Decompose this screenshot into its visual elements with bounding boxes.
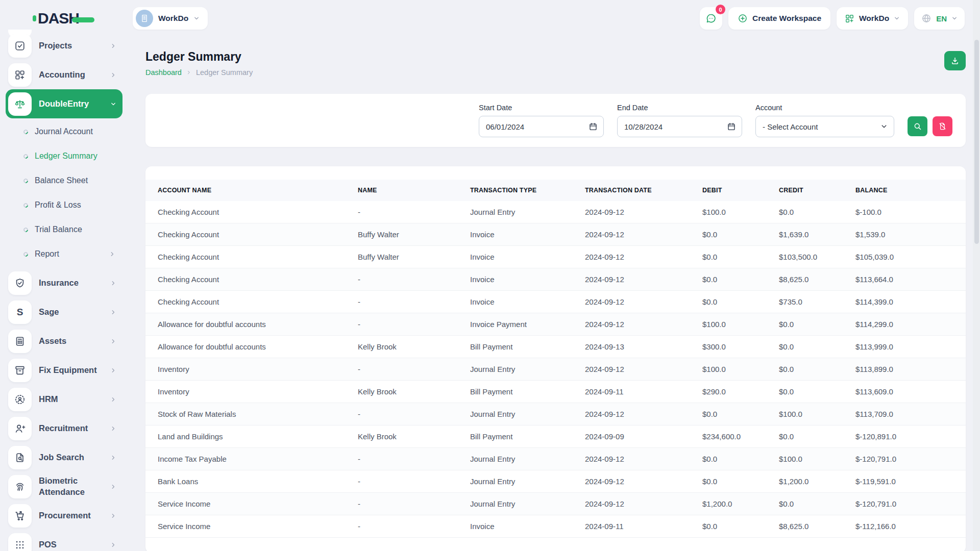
account-select[interactable]: - Select Account [755, 116, 894, 137]
workspace-switcher[interactable]: WorkDo [133, 7, 208, 30]
chevron-right-icon [110, 309, 116, 315]
bullet-icon [22, 251, 29, 258]
sidebar-item-doubleentry[interactable]: DoubleEntry [6, 89, 122, 118]
table-row: Income Tax Payable-Journal Entry2024-09-… [145, 448, 966, 470]
ledger-table: ACCOUNT NAMENAMETRANSACTION TYPETRANSACT… [145, 180, 966, 538]
sidebar-item-pos[interactable]: POS [8, 530, 122, 551]
chevron-right-icon [110, 513, 116, 519]
end-date-input[interactable] [617, 116, 742, 137]
chevron-right-icon [110, 338, 116, 344]
bullet-icon [22, 129, 29, 135]
grid-plus-icon [845, 14, 854, 23]
chevron-right-icon [186, 70, 191, 75]
shield-check-icon [14, 278, 26, 289]
table-header: ACCOUNT NAMENAMETRANSACTION TYPETRANSACT… [145, 180, 966, 201]
chevron-right-icon [110, 43, 116, 49]
chevron-right-icon [110, 542, 116, 548]
chevron-down-icon [193, 15, 200, 21]
table-row: Bank Loans-Journal Entry2024-09-12$0.0$1… [145, 470, 966, 493]
download-button[interactable] [944, 51, 966, 70]
messages-button[interactable]: 0 [700, 7, 722, 30]
create-workspace-button[interactable]: Create Workspace [728, 7, 830, 30]
table-row: Stock of Raw Materials-Journal Entry2024… [145, 403, 966, 425]
sidebar-item-insurance[interactable]: Insurance [8, 268, 122, 297]
checkbox-icon [14, 40, 26, 52]
chevron-right-icon [110, 484, 116, 490]
sidebar-item-accounting[interactable]: Accounting [8, 60, 122, 89]
grid-plus-icon [14, 69, 26, 81]
apps-menu-label: WorkDo [859, 14, 889, 23]
sidebar-item-procurement[interactable]: Procurement [8, 501, 122, 530]
sidebar-icon-tile [8, 446, 32, 469]
end-date-group: End Date [617, 104, 742, 137]
end-date-label: End Date [617, 104, 742, 112]
workspace-avatar [136, 10, 153, 27]
page-header: Ledger Summary Dashboard Ledger Summary [145, 50, 966, 77]
sidebar-icon-tile [8, 475, 32, 498]
language-label: EN [936, 14, 947, 23]
main-content: Ledger Summary Dashboard Ledger Summary … [133, 37, 980, 551]
column-header-debit: DEBIT [702, 180, 779, 201]
column-header-credit: CREDIT [779, 180, 855, 201]
topbar: DASH WorkDo 0 Create Workspace WorkDo EN [0, 0, 980, 37]
sidebar-item-fix-equipment[interactable]: Fix Equipment [8, 356, 122, 385]
breadcrumb-dashboard-link[interactable]: Dashboard [145, 68, 182, 77]
apps-menu-button[interactable]: WorkDo [837, 7, 908, 30]
page-scrollbar-thumb[interactable] [974, 40, 979, 244]
reset-filter-button[interactable] [933, 116, 952, 136]
page-scrollbar-track [973, 0, 980, 551]
app-logo[interactable]: DASH [33, 10, 94, 27]
plus-circle-icon [738, 13, 748, 23]
sidebar-item-sage[interactable]: SSage [8, 297, 122, 327]
sidebar-item-recruitment[interactable]: Recruitment [8, 414, 122, 443]
bullet-icon [22, 178, 29, 184]
chevron-right-icon [110, 280, 116, 286]
person-dotted-circle-icon [14, 394, 26, 405]
table-row: Checking AccountBuffy WalterInvoice2024-… [145, 246, 966, 268]
table-row: Checking Account-Invoice2024-09-12$0.0$7… [145, 291, 966, 313]
column-header-balance: BALANCE [855, 180, 966, 201]
sidebar-subitem-trial-balance[interactable]: Trial Balance [8, 217, 122, 242]
page-title: Ledger Summary [145, 50, 253, 64]
submenu-doubleentry: Journal AccountLedger SummaryBalance She… [8, 118, 122, 268]
sidebar-icon-tile [8, 533, 32, 551]
sidebar-icon-tile [8, 330, 32, 353]
sidebar-subitem-profit-loss[interactable]: Profit & Loss [8, 193, 122, 217]
sidebar-nav: ProjectsAccountingDoubleEntryJournal Acc… [8, 31, 122, 551]
bullet-icon [22, 227, 29, 233]
logo-dot [33, 15, 36, 21]
table-row: Checking Account-Invoice2024-09-12$0.0$8… [145, 268, 966, 291]
table-row: Inventory-Journal Entry2024-09-12$100.0$… [145, 358, 966, 381]
sidebar-item-biometric-attendance[interactable]: Biometric Attendance [8, 472, 122, 501]
start-date-label: Start Date [479, 104, 604, 112]
search-button[interactable] [908, 116, 927, 136]
start-date-input[interactable] [479, 116, 604, 137]
chevron-down-icon [951, 15, 958, 21]
bullet-icon [22, 153, 29, 160]
file-search-icon [14, 452, 26, 463]
sidebar-subitem-report[interactable]: Report [8, 242, 122, 266]
globe-icon [921, 13, 932, 23]
start-date-group: Start Date [479, 104, 604, 137]
workspace-label: WorkDo [158, 14, 188, 23]
sidebar-subitem-ledger-summary[interactable]: Ledger Summary [8, 144, 122, 168]
table-row: Checking Account-Journal Entry2024-09-12… [145, 201, 966, 223]
sidebar-icon-tile [8, 417, 32, 440]
sidebar-subitem-balance-sheet[interactable]: Balance Sheet [8, 168, 122, 193]
filter-buttons [908, 105, 952, 136]
sidebar-subitem-journal-account[interactable]: Journal Account [8, 119, 122, 144]
search-icon [913, 122, 922, 131]
sidebar-item-job-search[interactable]: Job Search [8, 443, 122, 472]
messages-count-badge: 0 [716, 5, 725, 14]
sidebar-item-assets[interactable]: Assets [8, 327, 122, 356]
sidebar-icon-tile [8, 63, 32, 87]
sidebar-icon-tile [8, 34, 32, 58]
column-header-transaction-type: TRANSACTION TYPE [470, 180, 585, 201]
account-label: Account [755, 104, 894, 112]
chevron-down-icon [110, 101, 116, 107]
create-workspace-label: Create Workspace [752, 14, 821, 23]
table-row: Land and BuildingsKelly BrookBill Paymen… [145, 425, 966, 448]
sidebar-item-hrm[interactable]: HRM [8, 385, 122, 414]
breadcrumb-current: Ledger Summary [196, 68, 253, 77]
language-selector[interactable]: EN [914, 7, 965, 30]
